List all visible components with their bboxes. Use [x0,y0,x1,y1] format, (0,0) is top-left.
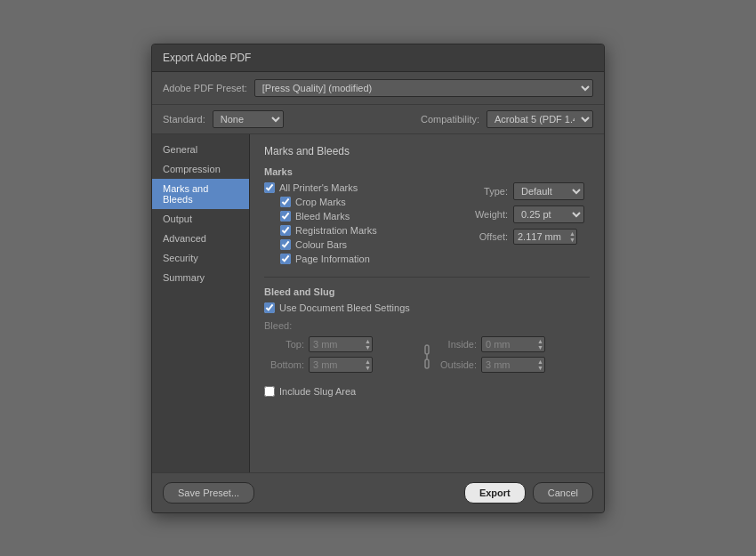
top-field-row: Top: ▲ ▼ [264,336,417,352]
save-preset-button[interactable]: Save Preset... [163,482,254,504]
outside-arrows: ▲ ▼ [537,359,543,371]
svg-rect-0 [425,345,429,354]
preset-label: Adobe PDF Preset: [163,83,247,93]
bleed-marks-checkbox[interactable] [280,211,291,222]
outside-label: Outside: [437,359,477,370]
offset-up-arrow[interactable]: ▲ [569,230,575,237]
sidebar-item-marks-bleeds[interactable]: Marks and Bleeds [152,179,249,209]
top-spinner: ▲ ▼ [309,336,373,352]
marks-right: Type: Default Weight: 0.25 pt Offset: [465,182,590,268]
type-row: Type: Default [465,182,590,200]
registration-marks-label: Registration Marks [295,225,377,236]
top-label: Top: [264,339,304,350]
offset-row: Offset: ▲ ▼ [465,229,590,245]
all-printers-marks-label: All Printer's Marks [279,182,358,193]
bottom-field-row: Bottom: ▲ ▼ [264,357,417,373]
inside-label: Inside: [437,339,477,350]
sidebar-item-general[interactable]: General [152,140,249,159]
divider [264,277,590,278]
crop-marks-label: Crop Marks [295,197,346,207]
outside-up-arrow[interactable]: ▲ [537,359,543,365]
page-info-checkbox[interactable] [280,254,291,264]
inside-down-arrow[interactable]: ▼ [537,344,543,351]
bottom-arrows: ▲ ▼ [365,359,371,371]
bleed-left-col: Top: ▲ ▼ Bottom: [264,336,417,377]
colour-bars-checkbox[interactable] [280,239,291,250]
bleed-fields-area: Top: ▲ ▼ Bottom: [264,336,590,377]
use-doc-bleed-row: Use Document Bleed Settings [264,302,590,313]
inside-arrows: ▲ ▼ [537,338,543,351]
dialog-title: Export Adobe PDF [152,44,604,72]
compat-label: Compatibility: [421,114,479,125]
offset-arrows: ▲ ▼ [569,230,575,243]
standard-label: Standard: [163,114,205,125]
footer: Save Preset... Export Cancel [152,472,604,512]
top-input[interactable] [309,336,373,352]
top-arrows: ▲ ▼ [365,338,371,351]
inside-spinner: ▲ ▼ [481,336,545,352]
export-pdf-dialog: Export Adobe PDF Adobe PDF Preset: [Pres… [151,44,605,513]
page-info-label: Page Information [295,254,370,264]
colour-bars-row: Colour Bars [264,239,451,250]
bottom-up-arrow[interactable]: ▲ [365,359,371,365]
bleed-marks-label: Bleed Marks [295,211,350,222]
crop-marks-checkbox[interactable] [280,197,291,207]
inside-input[interactable] [481,336,545,352]
footer-right: Export Cancel [464,482,593,504]
offset-input[interactable] [513,229,577,245]
sidebar-item-advanced[interactable]: Advanced [152,229,249,248]
marks-grid: All Printer's Marks Crop Marks Bleed Mar… [264,182,590,268]
bottom-down-arrow[interactable]: ▼ [365,365,371,371]
use-doc-bleed-label: Use Document Bleed Settings [279,302,410,313]
page-info-row: Page Information [264,254,451,264]
panel-title: Marks and Bleeds [264,145,590,157]
bleed-marks-row: Bleed Marks [264,211,451,222]
inside-up-arrow[interactable]: ▲ [537,338,543,344]
preset-row: Adobe PDF Preset: [Press Quality] (modif… [152,72,604,105]
inside-field-row: Inside: ▲ ▼ [437,336,590,352]
top-up-arrow[interactable]: ▲ [365,338,371,344]
outside-down-arrow[interactable]: ▼ [537,365,543,371]
preset-select[interactable]: [Press Quality] (modified) [254,79,593,97]
bottom-input[interactable] [309,357,373,373]
registration-marks-checkbox[interactable] [280,225,291,236]
include-slug-row: Include Slug Area [264,386,590,397]
registration-marks-row: Registration Marks [264,225,451,236]
main-panel: Marks and Bleeds Marks All Printer's Mar… [250,134,604,472]
outside-spinner: ▲ ▼ [481,357,545,373]
marks-section-label: Marks [264,166,590,177]
sidebar: General Compression Marks and Bleeds Out… [152,134,250,472]
weight-label: Weight: [465,209,508,220]
sidebar-item-output[interactable]: Output [152,209,249,229]
use-doc-bleed-checkbox[interactable] [264,302,275,313]
weight-row: Weight: 0.25 pt [465,205,590,223]
standard-select[interactable]: None [213,110,284,128]
all-printers-marks-checkbox[interactable] [264,182,275,193]
bottom-label: Bottom: [264,359,304,370]
include-slug-label: Include Slug Area [279,386,356,397]
bottom-spinner: ▲ ▼ [309,357,373,373]
marks-left: All Printer's Marks Crop Marks Bleed Mar… [264,182,451,268]
compat-select[interactable]: Acrobat 5 (PDF 1.4) [487,110,593,128]
weight-select[interactable]: 0.25 pt [513,205,584,223]
outside-field-row: Outside: ▲ ▼ [437,357,590,373]
bleed-label: Bleed: [264,320,590,331]
type-label: Type: [465,186,508,197]
body-area: General Compression Marks and Bleeds Out… [152,134,604,472]
sidebar-item-compression[interactable]: Compression [152,159,249,179]
cancel-button[interactable]: Cancel [533,482,593,504]
sidebar-item-security[interactable]: Security [152,248,249,268]
offset-down-arrow[interactable]: ▼ [569,237,575,243]
export-button[interactable]: Export [464,482,526,504]
all-printers-marks-row: All Printer's Marks [264,182,451,193]
top-down-arrow[interactable]: ▼ [365,344,371,351]
type-select[interactable]: Default [513,182,584,200]
offset-spinner: ▲ ▼ [513,229,577,245]
include-slug-checkbox[interactable] [264,386,275,397]
svg-rect-1 [425,359,429,368]
outside-input[interactable] [481,357,545,373]
standard-row: Standard: None Compatibility: Acrobat 5 … [152,105,604,134]
colour-bars-label: Colour Bars [295,239,347,250]
bleed-right-col: Inside: ▲ ▼ Outside: [437,336,590,377]
sidebar-item-summary[interactable]: Summary [152,268,249,287]
